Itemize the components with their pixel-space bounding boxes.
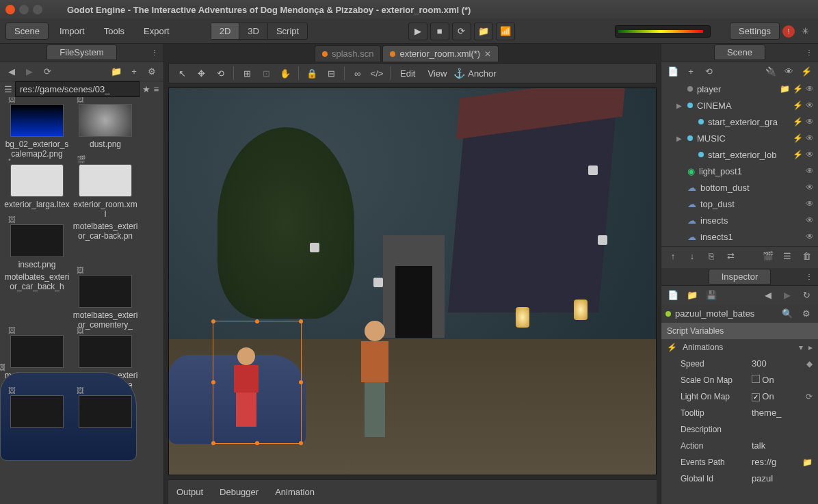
output-tab[interactable]: Output <box>176 487 203 497</box>
tab-close-icon[interactable]: ✕ <box>484 49 491 59</box>
spin-icon[interactable]: ◆ <box>806 359 813 369</box>
section-header[interactable]: Script Variables <box>661 323 818 339</box>
dock-menu-icon[interactable]: ⋮ <box>806 273 813 280</box>
rotate-tool-icon[interactable]: ⟲ <box>211 65 229 81</box>
object-gear-icon[interactable]: ⚙ <box>799 306 814 321</box>
property-row[interactable]: Global Idpazul <box>661 470 818 487</box>
play-custom-button[interactable]: 📁 <box>474 23 493 40</box>
scene-script-icon[interactable]: 🎬 <box>761 248 776 263</box>
history-fwd-icon[interactable]: ▶ <box>780 288 795 303</box>
new-resource-icon[interactable]: 📄 <box>665 288 681 303</box>
chevron-down-icon[interactable]: ▾ <box>799 343 803 352</box>
nav-forward-button[interactable]: ▶ <box>22 64 37 79</box>
checkbox[interactable] <box>752 393 760 401</box>
property-row[interactable]: ⚡Animations▾▸ <box>661 339 818 356</box>
delete-icon[interactable]: 🗑 <box>799 248 814 263</box>
play-button[interactable]: ▶ <box>408 23 427 40</box>
add-node-icon[interactable]: + <box>683 64 698 79</box>
eye-icon[interactable]: 👁 <box>806 117 814 127</box>
favorite-icon[interactable]: ★ <box>142 82 150 97</box>
mode-3d-button[interactable]: 3D <box>239 23 268 39</box>
file-item[interactable]: 🖼motelbates_exterior_car_back_h <box>4 272 70 330</box>
history-icon[interactable]: ↻ <box>799 288 814 303</box>
eye-icon[interactable]: 👁 <box>806 150 814 159</box>
expand-icon[interactable]: ▶ <box>676 135 683 142</box>
connect-icon[interactable]: 🔌 <box>763 64 778 79</box>
tree-node[interactable]: ▶CINEMA⚡👁 <box>661 97 818 114</box>
mode-2d-button[interactable]: 2D <box>211 23 240 39</box>
property-row[interactable]: Tooltiptheme_ <box>661 405 818 421</box>
tree-node[interactable]: ☁insects👁 <box>661 212 818 228</box>
reload-icon[interactable]: ⟳ <box>806 392 813 401</box>
folder-icon[interactable]: 📁 <box>109 64 124 79</box>
eye-icon[interactable]: 👁 <box>806 199 814 209</box>
eye-icon[interactable]: 👁 <box>806 101 814 110</box>
snap-icon[interactable]: ⊞ <box>238 65 256 81</box>
search-icon[interactable]: 🔍 <box>780 306 795 321</box>
script-icon[interactable]: ⚡ <box>793 133 803 143</box>
save-resource-icon[interactable]: 💾 <box>704 288 719 303</box>
mode-script-button[interactable]: Script <box>268 23 307 39</box>
eye-icon[interactable]: 👁 <box>806 215 814 225</box>
property-row[interactable]: Scale On Map On <box>661 372 818 388</box>
pan-tool-icon[interactable]: ✋ <box>276 65 294 81</box>
menu-import[interactable]: Import <box>51 23 93 39</box>
menu-scene[interactable]: Scene <box>5 23 49 40</box>
tree-node[interactable]: start_exterior_gra⚡👁 <box>661 114 818 130</box>
move-down-icon[interactable]: ↓ <box>685 248 700 263</box>
open-resource-icon[interactable]: 📁 <box>685 288 700 303</box>
dock-menu-icon[interactable]: ⋮ <box>151 49 158 56</box>
group-icon[interactable]: ⊟ <box>322 65 340 81</box>
settings-button[interactable]: Settings <box>730 23 780 40</box>
file-item[interactable]: 🖼insect.png <box>4 222 70 269</box>
viewport[interactable] <box>168 88 657 475</box>
script-icon[interactable]: ⚡ <box>793 84 803 94</box>
property-row[interactable]: Actiontalk <box>661 438 818 454</box>
lock-icon[interactable]: 🔒 <box>303 65 321 81</box>
tree-node[interactable]: ▶MUSIC⚡👁 <box>661 130 818 146</box>
edit-menu[interactable]: Edit <box>395 68 421 79</box>
tree-node[interactable]: ☁top_dust👁 <box>661 196 818 212</box>
play-scene-button[interactable]: ⟳ <box>452 23 471 40</box>
eye-icon[interactable]: 👁 <box>806 183 814 192</box>
alert-icon[interactable]: ! <box>782 25 795 38</box>
file-item[interactable]: 🖼bg_02_exterior_scalemap2.png <box>4 101 70 159</box>
script-icon[interactable]: ⚡ <box>799 64 814 79</box>
menu-tools[interactable]: Tools <box>96 23 133 39</box>
list-mode-icon[interactable]: ≡ <box>153 82 159 97</box>
expand-icon[interactable]: ▶ <box>676 102 683 109</box>
new-node-icon[interactable]: 📄 <box>665 64 681 79</box>
tree-node[interactable]: player📁⚡👁 <box>661 81 818 97</box>
property-row[interactable]: Events Pathres://g📁 <box>661 454 818 470</box>
inspector-tab[interactable]: Inspector <box>709 269 771 284</box>
tree-node[interactable]: ☁insects1👁 <box>661 228 818 245</box>
tree-icon[interactable]: ☰ <box>4 82 12 97</box>
path-input[interactable] <box>15 81 140 97</box>
animation-tab[interactable]: Animation <box>275 487 315 497</box>
file-item[interactable]: 🎬exterior_room.xml <box>72 161 138 219</box>
folder-icon[interactable]: 📁 <box>780 84 790 94</box>
anchor-menu[interactable]: ⚓ Anchor <box>453 68 496 79</box>
selection-box[interactable] <box>213 321 302 444</box>
tree-node[interactable]: start_exterior_lob⚡👁 <box>661 146 818 163</box>
file-item[interactable]: 🖼motelbates_exterior_cementery_ <box>72 272 138 330</box>
file-item[interactable]: 🖼dust.png <box>72 101 138 159</box>
move-tool-icon[interactable]: ✥ <box>192 65 210 81</box>
script-icon[interactable]: ⚡ <box>793 150 803 159</box>
property-row[interactable]: Description <box>661 421 818 438</box>
minimize-icon[interactable] <box>19 5 29 14</box>
add-icon[interactable]: + <box>127 64 142 79</box>
eye-icon[interactable]: 👁 <box>806 232 814 241</box>
history-back-icon[interactable]: ◀ <box>761 288 776 303</box>
script-icon[interactable]: ⚡ <box>793 117 803 127</box>
filesystem-tab[interactable]: FileSystem <box>47 44 116 60</box>
instance-icon[interactable]: ⟲ <box>701 64 716 79</box>
nav-back-button[interactable]: ◀ <box>4 64 19 79</box>
tree-node[interactable]: ◉light_post1👁 <box>661 163 818 179</box>
stop-button[interactable]: ■ <box>430 23 449 40</box>
view-menu[interactable]: View <box>422 68 452 79</box>
select-tool-icon[interactable]: ↖ <box>173 65 191 81</box>
property-row[interactable]: Light On Map On⟳ <box>661 388 818 405</box>
tab-splash[interactable]: splash.scn <box>315 45 381 62</box>
chevron-right-icon[interactable]: ▸ <box>808 343 813 352</box>
